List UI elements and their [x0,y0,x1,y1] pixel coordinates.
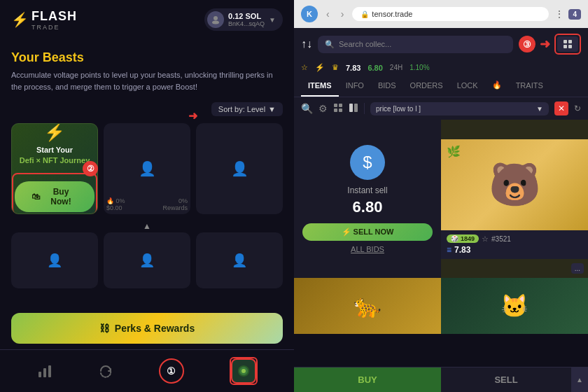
browser-back-button[interactable]: ‹ [323,7,332,21]
bottom-sell-button[interactable]: SELL [441,368,571,392]
nft-badge-row: 🎲 1849 ☆ #3521 [447,234,582,244]
tab-orders[interactable]: ORDERS [403,76,450,97]
browser-bar: K ‹ › 🔒 tensor.trade ⋮ 4 [294,0,588,28]
star-icon: ☆ [301,63,308,72]
browser-url-bar[interactable]: 🔒 tensor.trade [352,7,549,21]
tab-count-badge[interactable]: 4 [568,9,581,20]
beast-card-2[interactable]: 👤 $0.00 Rewards 🔥 0% 0% [104,123,190,214]
buy-now-label: Buy Now! [44,187,78,206]
nft-info: 🎲 1849 ☆ #3521 ≡ 7.83 [441,230,588,259]
empty-person-icon: 👤 [139,160,156,177]
tensor-search-bar[interactable]: 🔍 Search collec... [318,36,513,53]
sort-chevron-icon: ▼ [268,105,276,113]
svg-point-0 [214,16,218,20]
expand-chevron[interactable]: ▲ [143,221,151,231]
right-panel: K ‹ › 🔒 tensor.trade ⋮ 4 ↑↓ 🔍 Search col… [294,0,588,392]
price1: 7.83 [346,64,360,72]
nft-bg: 🐻 🌿 [441,139,588,230]
bottom-nft-1[interactable]: 🐆 [294,278,441,334]
dollar-symbol: $ [363,153,372,172]
tab-traits[interactable]: TRAITS [509,76,550,97]
search-filter-button[interactable]: 🔍 [301,103,313,114]
svg-rect-8 [564,45,567,48]
nav-refresh[interactable] [98,363,113,379]
nft-more-button[interactable]: ... [571,263,584,274]
grid-small-button[interactable] [333,103,343,115]
buy-btn-red-box: 🛍 Buy Now! [12,173,97,214]
step2-indicator: ② [83,161,98,176]
bottom-buy-button[interactable]: BUY [294,368,441,392]
buy-btn-section: 🛍 Buy Now! ③ [12,173,97,214]
beast-card-sm-1[interactable]: 👤 [11,232,98,288]
left-panel: ⚡ FLASH TRADE 0.12 SOL BnK4...sqAQ ▼ You… [0,0,294,392]
card2-rewards: Rewards [162,204,188,211]
sell-card: $ Instant sell 6.80 ⚡ SELL NOW ALL BIDS [294,120,441,278]
scroll-up-button[interactable]: ▲ [571,368,588,392]
bag-icon: 🛍 [31,192,40,202]
filter-close-button[interactable]: ✕ [554,102,568,115]
price2: 6.80 [368,64,382,72]
card2-price: $0.00 [106,204,122,211]
browser-forward-button[interactable]: › [338,7,347,21]
sort-dropdown[interactable]: price [low to l ] ▼ [370,102,549,115]
nav-leaf-active[interactable] [231,358,256,384]
tab-bids[interactable]: BIDS [371,76,403,97]
wallet-amount: 0.12 SOL [228,12,265,20]
arrow-indicator: ➜ [188,109,197,122]
tensor-tabs: ITEMS INFO BIDS ORDERS LOCK 🔥 TRAITS [294,75,588,97]
svg-rect-3 [43,368,46,377]
beast-card-3[interactable]: 👤 [196,123,283,214]
beast-card-sm-3[interactable]: 👤 [196,232,283,288]
nft-price: ≡ 7.83 [447,245,582,255]
beast-grid-row1: ⚡ Start Your Defi × NFT Journey 🛍 Buy No… [11,123,283,214]
pct2: 0% [178,197,188,204]
card2-wrapper: 👤 $0.00 Rewards 🔥 0% 0% ② ➜ [104,123,190,214]
arrow-right-icon: ➜ [188,110,197,122]
24h-label: 24H [390,64,402,71]
bear-emoji: 🐻 [489,164,541,206]
nft-card[interactable]: 🐻 🌿 🎲 1849 ☆ #3521 ≡ 7.83 [441,120,588,278]
cat-emoji: 🐱 [500,293,528,319]
step1-number: ① [167,365,176,377]
rank-number: 1849 [461,235,475,242]
buy-now-button[interactable]: 🛍 Buy Now! [15,181,94,212]
nft-decoration: 🌿 [447,145,461,158]
card-title-line1: Start Your [36,145,73,155]
expand-row: ▲ [11,221,283,231]
logo-text: FLASH [31,9,77,23]
svg-point-1 [212,21,219,24]
sol-icon: ≡ [447,245,451,255]
bottom-nft-2[interactable]: 🐱 [441,278,588,334]
card2-pcts: 🔥 0% 0% [106,197,188,204]
sort-button[interactable]: Sort by: Level ▼ [211,102,283,116]
empty-icon-sm2: 👤 [139,253,155,268]
nav-chart[interactable] [37,363,52,379]
svg-rect-15 [354,104,358,112]
filter-refresh-button[interactable]: ↻ [574,104,581,113]
dollar-icon: $ [350,145,385,180]
url-text: tensor.trade [372,10,412,18]
tensor-grid-button[interactable] [557,36,578,52]
tab-info[interactable]: INFO [339,76,371,97]
all-bids-button[interactable]: ALL BIDS [351,245,384,253]
grid-large-button[interactable] [349,103,358,115]
tab-fire[interactable]: 🔥 [485,75,509,97]
items-grid: $ Instant sell 6.80 ⚡ SELL NOW ALL BIDS … [294,120,588,367]
svg-rect-14 [349,104,353,112]
tab-lock[interactable]: LOCK [450,76,485,97]
card-title-nft: × NFT [36,156,58,164]
sell-now-button[interactable]: ⚡ SELL NOW [302,223,433,241]
card2-stats: $0.00 Rewards [106,204,188,211]
tab-items[interactable]: ITEMS [301,76,339,97]
filter-button[interactable]: ⚙ [318,103,328,114]
card-title-defi: Defi [20,156,36,164]
browser-menu-button[interactable]: ⋮ [554,8,564,20]
wallet-info[interactable]: 0.12 SOL BnK4...sqAQ ▼ [204,8,283,31]
tensor-logo: ↑↓ [301,38,312,50]
crown-icon: ♛ [332,63,339,72]
perks-rewards-button[interactable]: ⛓ Perks & Rewards [11,313,283,344]
beast-card-sm-2[interactable]: 👤 [104,232,190,288]
wallet-dropdown-icon[interactable]: ▼ [269,16,276,24]
svg-rect-2 [38,372,41,377]
nav-step1-circle[interactable]: ① [159,358,184,384]
